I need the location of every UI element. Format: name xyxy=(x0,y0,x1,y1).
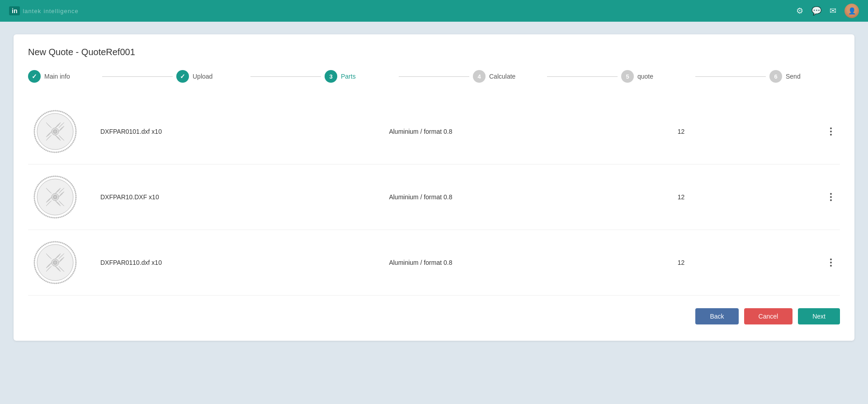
step-upload: ✓ Upload xyxy=(176,70,247,83)
mail-icon[interactable]: ✉ xyxy=(830,6,836,16)
brand-subtitle: intelligence xyxy=(44,8,79,14)
svg-point-4 xyxy=(53,130,57,133)
step-3-number: 3 xyxy=(329,73,332,80)
dot xyxy=(830,265,832,267)
step-connector-3 xyxy=(399,76,469,77)
disc-svg-2 xyxy=(33,174,78,220)
part-thumbnail xyxy=(28,170,82,224)
disc-svg-3 xyxy=(33,240,78,285)
table-row: DXFPAR0110.dxf x10 Aluminium / format 0.… xyxy=(28,230,840,296)
step-connector-4 xyxy=(547,76,618,77)
step-connector-2 xyxy=(250,76,321,77)
dot xyxy=(830,258,832,260)
step-3-circle: 3 xyxy=(325,70,337,83)
svg-point-14 xyxy=(53,261,57,264)
more-options-button[interactable] xyxy=(828,257,834,268)
step-5-number: 5 xyxy=(626,73,629,80)
dot xyxy=(830,199,832,201)
cancel-button[interactable]: Cancel xyxy=(744,308,793,324)
step-6-number: 6 xyxy=(774,73,777,80)
footer-buttons: Back Cancel Next xyxy=(28,308,840,324)
step-1-circle: ✓ xyxy=(28,70,41,83)
disc-svg-1 xyxy=(33,109,78,154)
step-4-label: Calculate xyxy=(489,73,515,80)
dot xyxy=(830,134,832,136)
part-material: Aluminium / format 0.8 xyxy=(389,259,677,266)
page-wrapper: New Quote - QuoteRef001 ✓ Main info ✓ Up… xyxy=(0,22,868,353)
stepper: ✓ Main info ✓ Upload 3 Parts xyxy=(28,70,840,83)
dot xyxy=(830,193,832,195)
step-6-label: Send xyxy=(786,73,801,80)
more-options-button[interactable] xyxy=(828,126,834,137)
dot xyxy=(830,262,832,263)
step-5-label: quote xyxy=(637,73,653,80)
step-calculate: 4 Calculate xyxy=(473,70,543,83)
step-2-check: ✓ xyxy=(180,73,185,80)
part-quantity: 12 xyxy=(678,128,822,135)
part-filename: DXFPAR0101.dxf x10 xyxy=(82,128,389,135)
step-4-number: 4 xyxy=(477,73,481,80)
next-button[interactable]: Next xyxy=(798,308,840,324)
dot xyxy=(830,131,832,132)
step-quote: 5 quote xyxy=(621,70,692,83)
step-2-circle: ✓ xyxy=(176,70,189,83)
top-navigation: in lantek intelligence ⚙ 💬 ✉ 👤 xyxy=(0,0,868,22)
step-4-circle: 4 xyxy=(473,70,486,83)
part-actions[interactable] xyxy=(822,257,840,268)
part-filename: DXFPAR10.DXF x10 xyxy=(82,193,389,201)
topnav-icons: ⚙ 💬 ✉ 👤 xyxy=(796,4,859,18)
main-card: New Quote - QuoteRef001 ✓ Main info ✓ Up… xyxy=(14,34,854,341)
brand-area: in lantek intelligence xyxy=(9,6,79,15)
part-thumbnail xyxy=(28,104,82,159)
parts-list: DXFPAR0101.dxf x10 Aluminium / format 0.… xyxy=(28,99,840,296)
chat-icon[interactable]: 💬 xyxy=(811,6,821,16)
step-1-label: Main info xyxy=(44,73,70,80)
part-quantity: 12 xyxy=(678,193,822,201)
brand-lantek: lantek xyxy=(23,8,41,14)
step-connector-5 xyxy=(695,76,766,77)
settings-icon[interactable]: ⚙ xyxy=(796,6,803,16)
step-6-circle: 6 xyxy=(769,70,782,83)
more-options-button[interactable] xyxy=(828,191,834,203)
step-1-check: ✓ xyxy=(32,73,37,80)
step-send: 6 Send xyxy=(769,70,840,83)
part-thumbnail xyxy=(28,235,82,290)
dot xyxy=(830,127,832,129)
part-actions[interactable] xyxy=(822,191,840,203)
page-title: New Quote - QuoteRef001 xyxy=(28,47,840,57)
part-actions[interactable] xyxy=(822,126,840,137)
part-material: Aluminium / format 0.8 xyxy=(389,128,677,135)
avatar-image: 👤 xyxy=(844,4,859,18)
dot xyxy=(830,196,832,198)
step-5-circle: 5 xyxy=(621,70,634,83)
logo-in: in xyxy=(9,6,20,15)
back-button[interactable]: Back xyxy=(695,308,738,324)
part-filename: DXFPAR0110.dxf x10 xyxy=(82,259,389,266)
step-2-label: Upload xyxy=(193,73,212,80)
step-parts: 3 Parts xyxy=(325,70,395,83)
part-material: Aluminium / format 0.8 xyxy=(389,193,677,201)
step-3-label: Parts xyxy=(341,73,356,80)
brand-name: lantek intelligence xyxy=(23,7,78,15)
table-row: DXFPAR10.DXF x10 Aluminium / format 0.8 … xyxy=(28,164,840,230)
table-row: DXFPAR0101.dxf x10 Aluminium / format 0.… xyxy=(28,99,840,164)
svg-point-9 xyxy=(53,195,57,199)
step-connector-1 xyxy=(102,76,173,77)
step-main-info: ✓ Main info xyxy=(28,70,99,83)
part-quantity: 12 xyxy=(678,259,822,266)
avatar[interactable]: 👤 xyxy=(844,4,859,18)
